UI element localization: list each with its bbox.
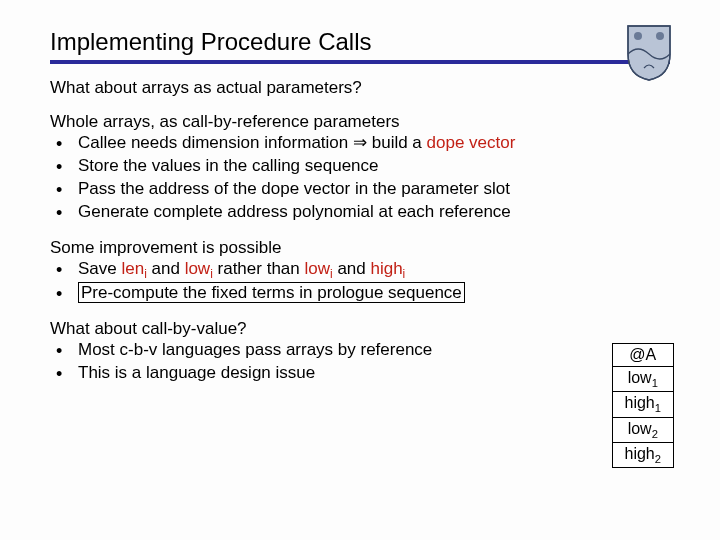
list-item: Save leni and lowi rather than lowi and … [56, 258, 670, 282]
section-improvement: Some improvement is possible [50, 238, 670, 258]
boxed-text: Pre-compute the fixed terms in prologue … [78, 282, 465, 303]
list-item: Pre-compute the fixed terms in prologue … [56, 282, 670, 305]
bullets-cbv: Most c-b-v languages pass arrays by refe… [50, 339, 670, 385]
text: rather than [213, 259, 305, 278]
list-item: Most c-b-v languages pass arrays by refe… [56, 339, 670, 362]
list-item: This is a language design issue [56, 362, 670, 385]
title-rule [50, 60, 670, 64]
low-term: lowi [304, 259, 332, 278]
shield-crest-icon [624, 22, 674, 82]
table-cell: low2 [612, 417, 673, 442]
bullets-improvement: Save leni and lowi rather than lowi and … [50, 258, 670, 305]
text: and [333, 259, 371, 278]
list-item: Callee needs dimension information ⇒ bui… [56, 132, 670, 155]
table-cell: high2 [612, 442, 673, 467]
svg-point-0 [634, 32, 642, 40]
dope-vector-term: dope vector [427, 133, 516, 152]
len-term: leni [121, 259, 146, 278]
table-cell: low1 [612, 367, 673, 392]
text: and [147, 259, 185, 278]
slide-title: Implementing Procedure Calls [50, 28, 670, 56]
implies-arrow-icon: ⇒ [353, 133, 367, 152]
table-cell: high1 [612, 392, 673, 417]
table-cell: @A [612, 344, 673, 367]
high-term: highi [370, 259, 405, 278]
bullets-whole-arrays: Callee needs dimension information ⇒ bui… [50, 132, 670, 224]
list-item: Pass the address of the dope vector in t… [56, 178, 670, 201]
section-cbv: What about call-by-value? [50, 319, 670, 339]
low-term: lowi [185, 259, 213, 278]
text: Callee needs dimension information [78, 133, 353, 152]
svg-point-1 [656, 32, 664, 40]
text: Save [78, 259, 121, 278]
text: build a [367, 133, 427, 152]
lead-question: What about arrays as actual parameters? [50, 78, 670, 98]
list-item: Generate complete address polynomial at … [56, 201, 670, 224]
dope-vector-table: @A low1 high1 low2 high2 [612, 343, 674, 468]
section-whole-arrays: Whole arrays, as call-by-reference param… [50, 112, 670, 132]
list-item: Store the values in the calling sequence [56, 155, 670, 178]
